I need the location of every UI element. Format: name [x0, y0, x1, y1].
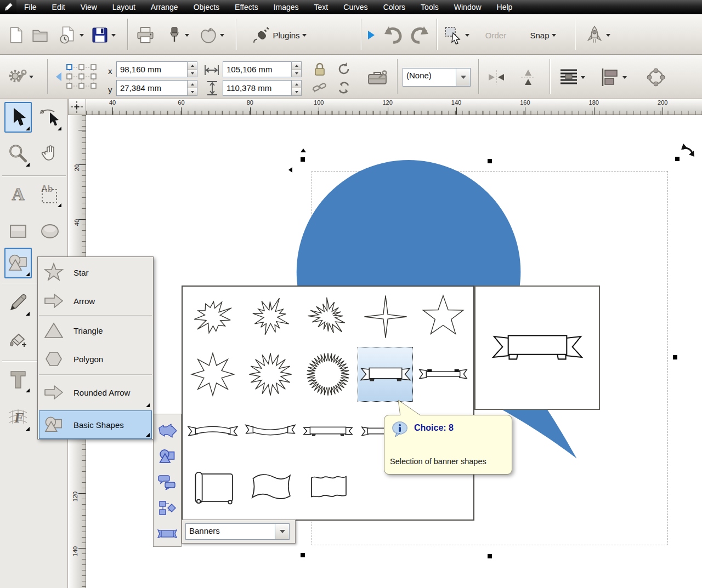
flyout-item-triangle[interactable]: Triangle	[39, 316, 152, 345]
order-button[interactable]: Order	[478, 21, 513, 49]
gallery-shape-banner-curve[interactable]	[242, 404, 298, 459]
anchor-point-grid[interactable]	[66, 62, 99, 91]
gallery-shape-star-4[interactable]	[358, 289, 413, 344]
pan-tool[interactable]	[36, 138, 64, 169]
gallery-shape-banner-classic[interactable]	[358, 347, 413, 402]
quickshape-tool[interactable]	[4, 248, 32, 278]
flyout-item-rounded-arrow[interactable]: Rounded Arrow	[39, 375, 152, 409]
selection-handle[interactable]	[301, 553, 305, 557]
freehand-tool[interactable]	[4, 287, 32, 318]
tool-options-button[interactable]	[4, 64, 36, 90]
menu-item-edit[interactable]: Edit	[44, 0, 73, 14]
lock-aspect-button[interactable]	[310, 60, 329, 78]
category-dropdown[interactable]: Banners	[185, 523, 290, 540]
x-position-input[interactable]	[116, 61, 188, 77]
print-button[interactable]	[133, 21, 158, 49]
pushpin-button[interactable]	[162, 21, 193, 49]
gallery-shape-star-5[interactable]	[415, 289, 471, 344]
plugins-button[interactable]: Plugins	[244, 21, 315, 49]
rotate-button[interactable]	[333, 59, 354, 79]
gallery-shape-burst-13[interactable]	[242, 289, 298, 344]
category-button-quickshape-blue[interactable]	[156, 446, 178, 467]
menu-item-view[interactable]: View	[73, 0, 105, 14]
open-button[interactable]	[29, 21, 52, 49]
ellipse-tool[interactable]	[36, 216, 64, 247]
menu-item-text[interactable]: Text	[307, 0, 336, 14]
snap-button[interactable]: Snap	[519, 21, 567, 49]
toolbox-button[interactable]	[363, 65, 392, 90]
text-style-tool[interactable]: A	[4, 179, 32, 209]
gallery-shape-flag-double-wave[interactable]	[300, 461, 355, 516]
gallery-shape-banner-arc[interactable]	[185, 404, 240, 459]
y-spinner[interactable]	[187, 80, 197, 96]
refresh-button[interactable]	[333, 78, 354, 98]
height-spinner[interactable]	[291, 80, 302, 96]
category-button-banner-blue[interactable]	[156, 523, 178, 545]
rectangle-tool[interactable]	[4, 216, 32, 247]
height-input[interactable]	[223, 80, 292, 96]
y-position-input[interactable]	[116, 80, 188, 96]
selection-handle[interactable]	[673, 355, 677, 359]
flip-vertical-button[interactable]	[517, 67, 540, 88]
flyout-item-polygon[interactable]: Polygon	[39, 345, 152, 373]
alignment-button[interactable]	[598, 66, 630, 89]
gallery-shape-banner-flat[interactable]	[415, 347, 471, 402]
new-document-button[interactable]	[4, 21, 27, 49]
flyout-item-star[interactable]: Star	[39, 258, 152, 287]
bitmap-gallery-button[interactable]	[195, 21, 228, 49]
undo-button[interactable]	[380, 21, 406, 49]
unlink-button[interactable]	[310, 79, 329, 96]
mould-tool[interactable]: F	[4, 402, 32, 433]
style-dropdown[interactable]: (None)	[403, 68, 471, 87]
fill-tool[interactable]	[4, 326, 32, 356]
stacking-order-button[interactable]	[556, 66, 588, 89]
menu-item-objects[interactable]: Objects	[186, 0, 227, 14]
width-spinner[interactable]	[291, 61, 302, 77]
gallery-shape-banner-straight[interactable]	[300, 404, 355, 459]
import-button[interactable]	[55, 21, 87, 49]
shape-editor-tool[interactable]	[36, 102, 64, 133]
gallery-shape-burst-11[interactable]	[185, 289, 240, 344]
menu-item-layout[interactable]: Layout	[105, 0, 143, 14]
ruler-origin[interactable]	[68, 99, 86, 115]
selector-tool[interactable]	[4, 102, 32, 133]
collapse-arrow-icon[interactable]	[52, 72, 61, 81]
text-selection-tool[interactable]: Ab	[36, 179, 64, 209]
menu-item-tools[interactable]: Tools	[413, 0, 446, 14]
play-button[interactable]	[364, 21, 378, 49]
menu-item-colors[interactable]: Colors	[376, 0, 413, 14]
gallery-shape-scroll[interactable]	[185, 461, 240, 516]
category-button-double-arrow[interactable]	[156, 420, 178, 442]
flip-horizontal-button[interactable]	[485, 67, 508, 88]
selection-handle[interactable]	[488, 159, 492, 163]
gallery-shape-star-16[interactable]	[242, 347, 298, 402]
gallery-shape-flag-wave[interactable]	[242, 461, 298, 516]
gallery-shape-star-8[interactable]	[185, 347, 240, 402]
drag-select-button[interactable]	[441, 21, 472, 49]
menu-item-arrange[interactable]: Arrange	[143, 0, 186, 14]
menu-item-effects[interactable]: Effects	[227, 0, 266, 14]
x-spinner[interactable]	[187, 61, 197, 77]
flyout-item-basic-shapes[interactable]: Basic Shapes	[39, 410, 152, 439]
menu-item-help[interactable]: Help	[489, 0, 520, 14]
redo-button[interactable]	[407, 21, 433, 49]
menu-item-file[interactable]: File	[16, 0, 44, 14]
text-tool[interactable]	[4, 364, 32, 395]
category-button-speech-bubbles[interactable]	[156, 471, 178, 493]
rocket-button[interactable]	[581, 21, 614, 49]
rotation-center-button[interactable]	[643, 66, 669, 89]
zoom-tool[interactable]	[4, 138, 32, 169]
width-input[interactable]	[223, 61, 292, 77]
selection-handle[interactable]	[301, 157, 305, 162]
menu-item-curves[interactable]: Curves	[336, 0, 375, 14]
style-dropdown-button[interactable]	[456, 68, 470, 86]
save-button[interactable]	[87, 21, 120, 49]
menu-item-images[interactable]: Images	[266, 0, 307, 14]
gallery-shape-sunburst[interactable]	[300, 347, 355, 402]
category-dropdown-button[interactable]	[275, 524, 289, 539]
menu-item-window[interactable]: Window	[446, 0, 489, 14]
gallery-shape-burst-16[interactable]	[300, 289, 355, 344]
selection-handle[interactable]	[488, 554, 492, 558]
category-button-flowchart-shapes[interactable]	[156, 497, 178, 519]
flyout-item-arrow[interactable]: Arrow	[39, 287, 152, 315]
